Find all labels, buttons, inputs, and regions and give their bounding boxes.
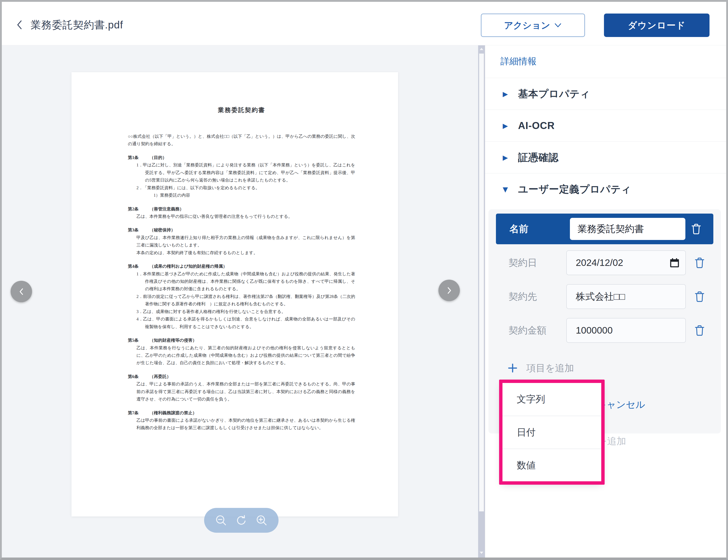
contract-article: 第3条（秘密保持）甲及び乙は、本件業務遂行上知り得た相手方の業務上の情報（成果物… (128, 226, 355, 256)
trash-icon[interactable] (694, 324, 705, 337)
download-button[interactable]: ダウンロード (604, 14, 710, 37)
property-row: 契約先 (488, 284, 721, 309)
previous-page-button[interactable] (11, 281, 32, 302)
triangle-right-icon: ▶ (503, 90, 510, 98)
property-row: 契約日 (488, 250, 721, 275)
property-label: 名前 (509, 214, 528, 244)
scroll-down-icon (480, 552, 483, 554)
zoom-in-icon[interactable] (255, 514, 268, 527)
article-text: 2．前項の規定に従って乙から甲に譲渡される権利は、著作権法第27条（翻訳権、翻案… (128, 293, 355, 308)
triangle-down-icon: ▼ (503, 185, 510, 193)
article-text: 2．「業務委託資料」には、以下の取扱いを定めるものとする。 (128, 184, 355, 191)
section-1[interactable]: ▶AI-OCR (485, 110, 726, 141)
article-text: 乙は甲の事前の書面による承諾がないかぎり、本契約の地位を第三者に継承させ、あるい… (128, 417, 355, 432)
section-2[interactable]: ▶証憑確認 (485, 141, 726, 173)
trash-icon[interactable] (694, 290, 705, 303)
article-heading: 第2条（善管注意義務） (128, 205, 355, 213)
property-label: 契約金額 (509, 318, 546, 343)
pdf-viewer: 業務委託契約書 ○○株式会社（以下「甲」という。）と、株式会社□□（以下「乙」と… (2, 45, 478, 558)
rotate-icon[interactable] (235, 514, 248, 527)
detail-info-link[interactable]: 詳細情報 (500, 55, 537, 67)
article-heading: 第3条（秘密保持） (128, 226, 355, 234)
article-text: 3．乙は、成果物に対する著作者人格権の権利を行使しないことを合意する。 (128, 308, 355, 315)
property-type-dropdown: 文字列日付数値 (502, 383, 601, 482)
add-link-disabled: を追加 (597, 435, 626, 447)
chevron-right-icon (445, 286, 454, 295)
article-text: 本条の定めは、本契約終了後も有効に存続するものとします。 (128, 249, 355, 256)
add-item-label: 項目を追加 (526, 362, 574, 374)
article-text: 1．甲は乙に対し、別途「業務委託資料」により発注する業務（以下「本件業務」という… (128, 161, 355, 184)
section-label: AI-OCR (518, 120, 555, 131)
article-heading: 第7条（権利義務譲渡の禁止） (128, 409, 355, 417)
document-viewer-app: 業務委託契約書.pdf アクション ダウンロード 業務委託契約書 ○○株式会社（… (0, 0, 728, 560)
dropdown-item[interactable]: 日付 (502, 416, 601, 449)
zoom-toolbar (204, 508, 279, 533)
section-label: ユーザー定義プロパティ (518, 183, 631, 196)
action-button-label: アクション (504, 19, 550, 32)
dropdown-item[interactable]: 文字列 (502, 383, 601, 416)
trash-icon[interactable] (694, 256, 705, 269)
article-heading: 第5条（知的財産権等の侵害） (128, 336, 355, 344)
article-text: 1）業務委託の内容 (128, 191, 355, 199)
contract-articles: 第1条（目的）1．甲は乙に対し、別途「業務委託資料」により発注する業務（以下「本… (128, 154, 355, 432)
triangle-right-icon: ▶ (503, 122, 510, 130)
calendar-icon[interactable] (669, 257, 680, 268)
trash-icon[interactable] (690, 222, 702, 235)
triangle-right-icon: ▶ (503, 154, 510, 161)
pdf-page: 業務委託契約書 ○○株式会社（以下「甲」という。）と、株式会社□□（以下「乙」と… (71, 72, 398, 516)
property-text-input[interactable] (566, 284, 686, 309)
cancel-link[interactable]: キャンセル (597, 398, 645, 411)
contract-article: 第5条（知的財産権等の侵害）乙は、本件業務を行なうにあたり、第三者の知的財産権お… (128, 336, 355, 367)
action-button[interactable]: アクション (481, 14, 585, 37)
section-label: 基本プロパティ (518, 87, 590, 101)
file-title: 業務委託契約書.pdf (31, 18, 123, 32)
download-button-label: ダウンロード (628, 19, 686, 32)
chevron-left-icon (14, 18, 26, 31)
section-0[interactable]: ▶基本プロパティ (485, 78, 726, 110)
header: 業務委託契約書.pdf アクション ダウンロード (2, 2, 726, 45)
contract-article: 第6条（再委託）乙は、甲による事前の承諾のうえ、本件業務の全部または一部を第三者… (128, 373, 355, 403)
property-name-input[interactable] (570, 218, 685, 240)
article-heading: 第4条（成果の権利および知的財産権の帰属） (128, 263, 355, 270)
chevron-down-icon (554, 23, 562, 28)
contract-intro: ○○株式会社（以下「甲」という。）と、株式会社□□（以下「乙」という。）は、甲か… (128, 133, 355, 148)
details-sidebar: 詳細情報 ▶基本プロパティ▶AI-OCR▶証憑確認▼ユーザー定義プロパティ 名前… (485, 45, 726, 558)
article-text: 乙は、本件業務を行なうにあたり、第三者の知的財産権およびその他の権利を侵害しない… (128, 344, 355, 367)
sidebar-scrollbar[interactable] (478, 45, 485, 558)
article-heading: 第6条（再委託） (128, 373, 355, 380)
article-heading: 第1条（目的） (128, 154, 355, 161)
property-row-selected: 名前 (496, 214, 713, 244)
add-item-button[interactable]: 項目を追加 (507, 362, 574, 374)
article-text: 乙は、本件業務を甲の指示に従い善良な管理者の注意をもって行うものとする。 (128, 213, 355, 220)
dropdown-item[interactable]: 数値 (502, 449, 601, 482)
property-label: 契約先 (509, 284, 537, 309)
zoom-out-icon[interactable] (214, 514, 228, 527)
chevron-left-icon (17, 287, 26, 296)
property-row: 契約金額 (488, 318, 721, 343)
property-number-input[interactable] (566, 318, 686, 343)
contract-title: 業務委託契約書 (128, 106, 355, 114)
property-date-input[interactable] (566, 250, 686, 275)
contract-article: 第7条（権利義務譲渡の禁止）乙は甲の事前の書面による承諾がないかぎり、本契約の地… (128, 409, 355, 432)
section-expanded-3[interactable]: ▼ユーザー定義プロパティ (485, 173, 726, 205)
scrollbar-thumb[interactable] (479, 53, 484, 512)
article-text: 甲及び乙は、本件業務遂行上知り得た相手方の業務上の情報（成果物を含みますが、これ… (128, 234, 355, 249)
contract-article: 第2条（善管注意義務）乙は、本件業務を甲の指示に従い善良な管理者の注意をもって行… (128, 205, 355, 220)
article-text: 乙は、甲による事前の承諾のうえ、本件業務の全部または一部を第三者に再委託できるも… (128, 380, 355, 403)
next-page-button[interactable] (438, 280, 460, 301)
section-label: 証憑確認 (518, 151, 559, 164)
property-label: 契約日 (509, 250, 537, 275)
article-text: 1．本件業務に基づき乙が甲のために作成した成果物（中間成果物も含む）および役務の… (128, 270, 355, 293)
back-button[interactable] (14, 18, 26, 31)
contract-article: 第1条（目的）1．甲は乙に対し、別途「業務委託資料」により発注する業務（以下「本… (128, 154, 355, 199)
property-sections: ▶基本プロパティ▶AI-OCR▶証憑確認▼ユーザー定義プロパティ (485, 78, 726, 205)
article-text: 4．乙は、甲の書面による承諾を得るかもしくは別途、合意をしなければ、成果物の全部… (128, 315, 355, 330)
contract-article: 第4条（成果の権利および知的財産権の帰属）1．本件業務に基づき乙が甲のために作成… (128, 263, 355, 330)
plus-icon (507, 363, 518, 373)
scroll-up-icon (480, 48, 483, 50)
